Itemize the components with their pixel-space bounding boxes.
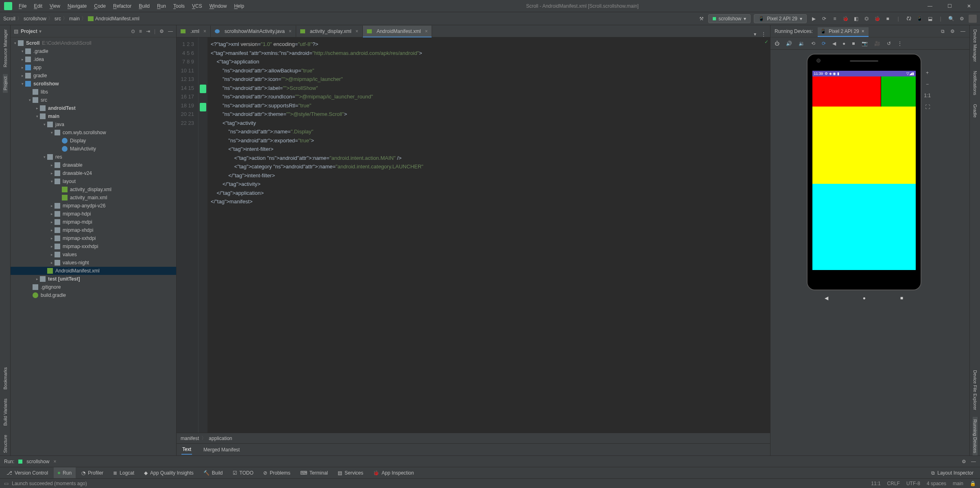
rotate-right-icon[interactable]: ⟳ bbox=[822, 41, 826, 46]
menu-refactor[interactable]: Refactor bbox=[113, 3, 131, 9]
tree-node[interactable]: ▸gradle bbox=[11, 72, 176, 80]
minimize-button[interactable]: — bbox=[921, 0, 939, 12]
nav-back-icon[interactable]: ◀ bbox=[825, 295, 828, 301]
menu-code[interactable]: Code bbox=[94, 3, 106, 9]
menu-vcs[interactable]: VCS bbox=[192, 3, 202, 9]
breadcrumb-item[interactable]: main bbox=[69, 16, 80, 22]
stop-button[interactable]: ■ bbox=[884, 15, 891, 22]
side-tab-project[interactable]: Project bbox=[3, 74, 8, 93]
breadcrumb-item[interactable]: src bbox=[55, 16, 61, 22]
menu-run[interactable]: Run bbox=[157, 3, 166, 9]
avd-icon[interactable]: 📱 bbox=[916, 15, 923, 22]
tree-node[interactable]: ▾layout bbox=[11, 177, 176, 185]
tree-node[interactable]: ▾java bbox=[11, 120, 176, 129]
expand-icon[interactable]: ≡ bbox=[139, 28, 142, 34]
lock-icon[interactable]: 🔒 bbox=[970, 481, 976, 486]
menu-help[interactable]: Help bbox=[234, 3, 244, 9]
tree-node[interactable]: ▾src bbox=[11, 96, 176, 104]
menu-window[interactable]: Window bbox=[210, 3, 227, 9]
maximize-button[interactable]: ☐ bbox=[940, 0, 959, 12]
toolwin-todo[interactable]: ☑TODO bbox=[229, 467, 258, 478]
breadcrumb-item[interactable]: AndroidManifest.xml bbox=[88, 16, 140, 22]
inspection-ok-icon[interactable]: ✓ bbox=[764, 39, 768, 45]
tree-node[interactable]: ▸mipmap-xhdpi bbox=[11, 226, 176, 234]
tree-node[interactable]: ▸mipmap-hdpi bbox=[11, 210, 176, 218]
tree-node[interactable]: .gitignore bbox=[11, 283, 176, 291]
zoom-fit-icon[interactable]: 1:1 bbox=[924, 93, 931, 98]
toolwin-app-inspection[interactable]: 🐞App Inspection bbox=[369, 467, 418, 478]
tree-node[interactable]: ▸mipmap-anydpi-v26 bbox=[11, 202, 176, 210]
tree-node[interactable]: ▸values bbox=[11, 251, 176, 259]
toolwin-terminal[interactable]: ⌨Terminal bbox=[296, 467, 332, 478]
volume-down-icon[interactable]: 🔉 bbox=[799, 41, 805, 46]
user-icon[interactable] bbox=[969, 15, 977, 23]
back-icon[interactable]: ◀ bbox=[832, 41, 836, 46]
editor-tab[interactable]: AndroidManifest.xml× bbox=[363, 26, 432, 37]
tree-node[interactable]: libs bbox=[11, 88, 176, 96]
more-icon[interactable]: ⋮ bbox=[761, 31, 766, 37]
menu-tools[interactable]: Tools bbox=[173, 3, 185, 9]
run-button[interactable]: ▶ bbox=[810, 15, 817, 22]
menu-build[interactable]: Build bbox=[139, 3, 150, 9]
overview-icon[interactable]: ■ bbox=[852, 41, 855, 46]
menu-edit[interactable]: Edit bbox=[34, 3, 42, 9]
editor-tab[interactable]: activity_display.xml× bbox=[296, 26, 363, 37]
tree-node[interactable]: ▸androidTest bbox=[11, 104, 176, 112]
android-gutter-icon[interactable] bbox=[200, 85, 206, 94]
caret-position[interactable]: 11:1 bbox=[871, 481, 880, 486]
editor-breadcrumbs[interactable]: manifest〉application bbox=[177, 433, 770, 443]
status-indicator-icon[interactable]: ▭ bbox=[4, 481, 9, 486]
window-icon[interactable]: ⧉ bbox=[941, 28, 945, 34]
breadcrumb-item[interactable]: scrollshow bbox=[24, 16, 46, 22]
side-tab-device-file-explorer[interactable]: Device File Explorer bbox=[973, 368, 978, 412]
side-tab-resource-manager[interactable]: Resource Manager bbox=[3, 27, 8, 70]
tree-node[interactable]: ▸app bbox=[11, 63, 176, 72]
select-opened-icon[interactable]: ⊙ bbox=[131, 28, 135, 34]
nav-home-icon[interactable]: ● bbox=[863, 295, 866, 301]
attach-debugger-icon[interactable]: 🐞 bbox=[873, 15, 881, 22]
bug-icon[interactable]: 🐞 bbox=[842, 15, 849, 22]
tree-node[interactable]: ▸mipmap-xxxhdpi bbox=[11, 242, 176, 251]
indent-info[interactable]: 4 spaces bbox=[927, 481, 946, 486]
power-icon[interactable]: ⏻ bbox=[775, 41, 779, 46]
chevron-down-icon[interactable]: ▾ bbox=[754, 31, 756, 37]
search-icon[interactable]: 🔍 bbox=[947, 15, 955, 22]
editor-tab[interactable]: .xml× bbox=[177, 26, 211, 37]
zoom-in-icon[interactable]: + bbox=[926, 70, 929, 76]
tree-node[interactable]: ▸values-night bbox=[11, 259, 176, 267]
debug-icon[interactable]: ≡ bbox=[831, 15, 838, 22]
close-icon[interactable]: × bbox=[425, 28, 428, 34]
tree-root[interactable]: ▾ScrollE:\Code\Android\Scroll bbox=[11, 39, 176, 47]
file-encoding[interactable]: UTF-8 bbox=[906, 481, 920, 486]
tree-node[interactable]: ▸mipmap-xxhdpi bbox=[11, 234, 176, 242]
tree-node[interactable]: ▸.idea bbox=[11, 55, 176, 63]
screenshot-icon[interactable]: 📷 bbox=[862, 41, 868, 46]
toolwin-version-control[interactable]: ⎇Version Control bbox=[2, 467, 52, 478]
tree-node[interactable]: activity_main.xml bbox=[11, 194, 176, 202]
code-editor[interactable]: <?"tag">xml version="1.0" encoding="utf-… bbox=[207, 37, 770, 433]
close-button[interactable]: ✕ bbox=[960, 0, 978, 12]
tree-node[interactable]: AndroidManifest.xml bbox=[11, 267, 176, 275]
side-tab-running-devices[interactable]: Running Devices bbox=[973, 417, 978, 455]
gear-icon[interactable]: ⚙ bbox=[962, 459, 966, 464]
settings-icon[interactable]: ⚙ bbox=[958, 15, 965, 22]
device-dropdown[interactable]: 📱Pixel 2 API 29▾ bbox=[754, 14, 807, 23]
tab-merged-manifest[interactable]: Merged Manifest bbox=[203, 447, 240, 453]
fit-icon[interactable]: ⛶ bbox=[925, 104, 930, 110]
home-icon[interactable]: ● bbox=[842, 41, 845, 46]
line-ending[interactable]: CRLF bbox=[887, 481, 900, 486]
hide-icon[interactable]: — bbox=[168, 28, 173, 34]
side-tab-device-manager[interactable]: Device Manager bbox=[973, 27, 978, 64]
toolwin-profiler[interactable]: ◔Profiler bbox=[77, 467, 107, 478]
apply-changes-button[interactable]: ⟳ bbox=[821, 15, 828, 22]
close-icon[interactable]: × bbox=[356, 28, 358, 34]
toolwin-services[interactable]: ▤Services bbox=[334, 467, 367, 478]
gear-icon[interactable]: ⚙ bbox=[159, 28, 164, 34]
tree-node[interactable]: ▸mipmap-mdpi bbox=[11, 218, 176, 226]
close-icon[interactable]: × bbox=[203, 28, 206, 34]
hide-icon[interactable]: — bbox=[960, 28, 965, 34]
zoom-out-icon[interactable]: − bbox=[926, 81, 929, 87]
nav-overview-icon[interactable]: ■ bbox=[900, 295, 903, 301]
volume-up-icon[interactable]: 🔊 bbox=[786, 41, 792, 46]
tree-node[interactable]: ▾main bbox=[11, 112, 176, 120]
